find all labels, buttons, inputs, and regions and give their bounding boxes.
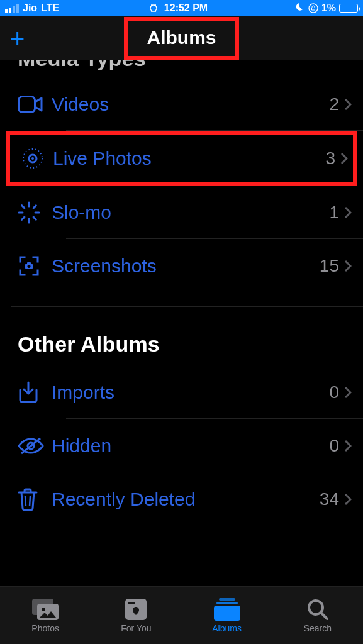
battery-icon <box>339 4 358 13</box>
media-row-live-photos[interactable]: Live Photos 3 <box>10 135 353 182</box>
svg-point-22 <box>42 608 45 611</box>
slomo-icon <box>18 201 52 224</box>
svg-rect-26 <box>216 602 238 604</box>
for-you-tab-icon <box>125 598 147 621</box>
signal-bars-icon <box>5 4 19 13</box>
row-label: Hidden <box>52 435 329 457</box>
svg-rect-21 <box>37 604 59 620</box>
chevron-right-icon <box>344 440 352 452</box>
screenshots-icon <box>18 255 52 277</box>
imports-icon <box>18 381 52 404</box>
tab-photos[interactable]: Photos <box>0 587 91 644</box>
tab-for-you[interactable]: For You <box>91 587 181 644</box>
row-count: 0 <box>329 382 339 402</box>
svg-rect-15 <box>27 262 31 264</box>
other-albums-header: Other Albums <box>0 307 363 365</box>
album-row-recently-deleted[interactable]: Recently Deleted 34 <box>0 472 363 526</box>
battery-pct-label: 1% <box>321 3 336 14</box>
chevron-right-icon <box>344 98 352 111</box>
annotation-highlight-live-photos: Live Photos 3 <box>6 131 357 186</box>
svg-line-29 <box>321 613 327 619</box>
chevron-right-icon <box>344 386 352 399</box>
row-count: 0 <box>329 436 339 456</box>
link-icon <box>147 4 160 13</box>
page-title: Albums <box>147 27 216 48</box>
carrier-label: Jio <box>23 3 37 14</box>
row-count: 1 <box>329 203 339 223</box>
svg-line-9 <box>22 205 25 208</box>
media-row-slomo[interactable]: Slo-mo 1 <box>0 186 363 239</box>
svg-line-19 <box>30 496 30 506</box>
hidden-icon <box>18 436 52 455</box>
videos-icon <box>18 96 52 113</box>
album-row-hidden[interactable]: Hidden 0 <box>0 419 363 472</box>
svg-line-11 <box>22 217 25 219</box>
chevron-right-icon <box>340 152 348 165</box>
row-label: Videos <box>52 94 329 115</box>
tab-label: For You <box>121 623 151 633</box>
media-row-screenshots[interactable]: Screenshots 15 <box>0 239 363 292</box>
moon-icon <box>295 3 305 13</box>
tab-label: Albums <box>212 623 242 633</box>
row-count: 15 <box>320 256 339 276</box>
row-label: Slo-mo <box>52 202 329 223</box>
trash-icon <box>18 487 52 511</box>
chevron-right-icon <box>344 260 352 272</box>
tab-albums[interactable]: Albums <box>182 587 272 644</box>
tab-label: Photos <box>31 623 59 633</box>
svg-rect-24 <box>128 602 135 604</box>
album-row-imports[interactable]: Imports 0 <box>0 365 363 419</box>
orientation-lock-icon <box>308 3 318 13</box>
tab-search[interactable]: Search <box>272 587 363 644</box>
annotation-highlight-title: Albums <box>124 17 238 60</box>
search-tab-icon <box>307 598 328 621</box>
chevron-right-icon <box>344 493 352 506</box>
svg-point-3 <box>31 157 34 160</box>
svg-line-12 <box>33 205 36 208</box>
row-label: Screenshots <box>52 255 320 277</box>
svg-point-0 <box>309 4 318 13</box>
row-label: Live Photos <box>53 148 325 169</box>
svg-line-10 <box>33 217 36 219</box>
svg-point-14 <box>28 265 31 268</box>
svg-line-18 <box>25 496 26 506</box>
status-bar: Jio LTE 12:52 PM 1% <box>0 0 363 16</box>
live-photos-icon <box>21 147 53 170</box>
row-label: Imports <box>52 382 329 403</box>
row-label: Recently Deleted <box>52 489 320 510</box>
row-count: 34 <box>320 489 339 509</box>
chevron-right-icon <box>344 206 352 219</box>
tab-label: Search <box>304 623 332 633</box>
add-button[interactable]: + <box>10 26 25 51</box>
svg-rect-27 <box>214 606 240 621</box>
media-row-videos[interactable]: Videos 2 <box>0 77 363 131</box>
albums-tab-icon <box>213 598 242 621</box>
photos-tab-icon <box>32 598 59 621</box>
clock-label: 12:52 PM <box>164 3 208 14</box>
tab-bar: Photos For You Albums Search <box>0 586 363 644</box>
navigation-bar: + Albums <box>0 16 363 60</box>
svg-rect-25 <box>219 598 235 601</box>
svg-rect-1 <box>19 96 35 112</box>
row-count: 2 <box>329 94 339 114</box>
row-count: 3 <box>325 148 335 169</box>
network-label: LTE <box>41 3 59 14</box>
